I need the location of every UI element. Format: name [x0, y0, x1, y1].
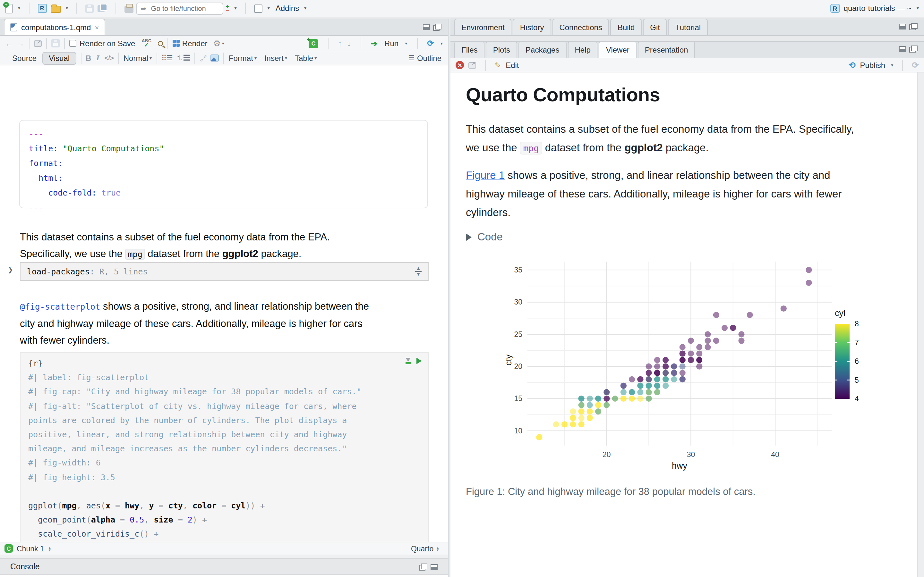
- save-icon[interactable]: [86, 4, 94, 13]
- bold-icon[interactable]: B: [86, 53, 91, 63]
- tab-viewer[interactable]: Viewer: [599, 41, 636, 58]
- style-caret-icon[interactable]: ▾: [150, 55, 152, 61]
- print-icon[interactable]: [124, 6, 134, 13]
- maximize-pane-icon[interactable]: [909, 45, 918, 53]
- open-file-icon[interactable]: [50, 6, 61, 13]
- project-menu[interactable]: R quarto-tutorials — ~ ▾: [830, 4, 919, 13]
- tab-files[interactable]: Files: [454, 41, 485, 58]
- code-disclosure[interactable]: Code: [466, 231, 503, 243]
- table-caret-icon[interactable]: ▾: [314, 55, 317, 61]
- tab-packages[interactable]: Packages: [519, 41, 566, 58]
- tab-build[interactable]: Build: [611, 19, 642, 35]
- minimize-pane-icon[interactable]: [899, 24, 906, 29]
- tab-plots[interactable]: Plots: [486, 41, 517, 58]
- tab-environment[interactable]: Environment: [454, 19, 512, 35]
- console-pane-header[interactable]: Console: [0, 558, 448, 575]
- chunk-spinner-icon[interactable]: ▲▼: [48, 546, 51, 551]
- addins-caret-icon[interactable]: ▾: [304, 6, 306, 11]
- tab-computations-1-qmd[interactable]: computations-1.qmd ×: [4, 19, 105, 35]
- forward-icon[interactable]: →: [17, 39, 24, 48]
- minimize-pane-icon[interactable]: [423, 24, 430, 30]
- panes-caret-icon[interactable]: ▾: [268, 6, 270, 11]
- edit-button[interactable]: Edit: [506, 61, 519, 69]
- console-restore-icon[interactable]: [419, 563, 427, 570]
- tab-help[interactable]: Help: [567, 41, 598, 58]
- insert-chunk-icon[interactable]: C: [309, 39, 318, 48]
- code-format-icon[interactable]: </>: [105, 55, 114, 61]
- table-menu[interactable]: Table: [295, 53, 313, 63]
- mode-spinner-icon[interactable]: ▲▼: [436, 546, 439, 551]
- addins-menu[interactable]: Addins: [276, 4, 299, 13]
- maximize-pane-icon[interactable]: [433, 24, 441, 31]
- tab-git[interactable]: Git: [643, 19, 667, 35]
- open-new-window-icon[interactable]: [34, 40, 42, 47]
- source-mode-button[interactable]: Source: [6, 52, 42, 64]
- find-replace-icon[interactable]: [158, 41, 163, 46]
- doc-mode-selector[interactable]: Quarto: [411, 545, 433, 552]
- tab-tutorial[interactable]: Tutorial: [668, 19, 708, 35]
- run-caret-icon[interactable]: ▾: [405, 41, 407, 46]
- code-chunk-fig-scatterplot[interactable]: {r}#| label: fig-scatterplot#| fig-cap: …: [20, 352, 429, 542]
- visual-mode-button[interactable]: Visual: [42, 52, 76, 64]
- doc-paragraph-1[interactable]: This dataset contains a subset of the fu…: [20, 229, 436, 263]
- publish-caret-icon[interactable]: ▾: [891, 63, 893, 68]
- tab-presentation[interactable]: Presentation: [638, 41, 695, 58]
- run-chunks-above-icon[interactable]: [405, 358, 411, 364]
- tab-history[interactable]: History: [513, 19, 551, 35]
- paragraph-style-select[interactable]: Normal: [124, 53, 148, 63]
- chunk-code: {r}#| label: fig-scatterplot#| fig-cap: …: [28, 356, 420, 542]
- source-rerun-icon[interactable]: ⟳: [427, 39, 434, 48]
- open-recent-caret-icon[interactable]: ▾: [66, 6, 68, 11]
- close-tab-icon[interactable]: ×: [95, 23, 99, 31]
- insert-menu[interactable]: Insert: [264, 53, 284, 63]
- version-control-icon[interactable]: +−: [226, 5, 229, 12]
- editor-content[interactable]: ---title: "Quarto Computations"format: h…: [0, 65, 448, 542]
- bullet-list-icon[interactable]: ⠿☰: [162, 54, 173, 62]
- rerun-caret-icon[interactable]: ▾: [441, 41, 443, 46]
- chunk-selector[interactable]: Chunk 1: [17, 545, 44, 552]
- run-previous-icon[interactable]: ↑: [338, 39, 342, 48]
- spellcheck-icon[interactable]: ABC✓: [142, 39, 151, 47]
- render-on-save-checkbox[interactable]: [69, 40, 76, 47]
- vcs-caret-icon[interactable]: ▾: [234, 6, 237, 11]
- run-chunk-icon[interactable]: [417, 358, 422, 364]
- save-doc-icon[interactable]: [51, 39, 60, 47]
- new-file-caret-icon[interactable]: ▾: [18, 6, 20, 11]
- numbered-list-icon[interactable]: ⒈☰: [176, 53, 190, 63]
- tab-connections[interactable]: Connections: [552, 19, 609, 35]
- workspace-panes-icon[interactable]: [254, 4, 262, 13]
- viewer-content[interactable]: Quarto Computations This dataset contain…: [451, 73, 917, 577]
- viewer-scrollbar-gutter[interactable]: [917, 73, 924, 577]
- run-next-icon[interactable]: ↓: [347, 39, 351, 48]
- save-all-icon[interactable]: [97, 3, 107, 13]
- back-icon[interactable]: ←: [5, 39, 13, 48]
- format-caret-icon[interactable]: ▾: [254, 55, 257, 61]
- insert-caret-icon[interactable]: ▾: [285, 55, 287, 61]
- expand-chunk-icon[interactable]: ▲▼: [415, 267, 422, 276]
- render-settings-gear-icon[interactable]: ⚙: [213, 39, 221, 48]
- refresh-viewer-icon[interactable]: ⟳: [912, 60, 919, 70]
- format-menu[interactable]: Format: [229, 53, 253, 63]
- italic-icon[interactable]: I: [96, 53, 99, 63]
- minimize-pane-icon[interactable]: [899, 46, 906, 52]
- doc-paragraph-2[interactable]: @fig-scatterplot shows a positive, stron…: [20, 298, 436, 349]
- maximize-pane-icon[interactable]: [909, 23, 918, 30]
- console-maximize-icon[interactable]: [431, 564, 438, 570]
- outline-toggle[interactable]: Outline: [417, 53, 441, 63]
- viewer-popout-icon[interactable]: [468, 62, 476, 68]
- run-button[interactable]: Run: [384, 39, 399, 48]
- render-button[interactable]: Render: [182, 39, 208, 48]
- publish-button[interactable]: Publish: [860, 61, 885, 69]
- render-settings-caret-icon[interactable]: ▾: [222, 41, 224, 46]
- goto-file-search[interactable]: ➦: [136, 2, 223, 15]
- link-icon[interactable]: 🔗︎: [200, 54, 207, 62]
- new-file-icon[interactable]: [5, 3, 13, 13]
- yaml-front-matter[interactable]: ---title: "Quarto Computations"format: h…: [19, 120, 428, 208]
- chunk-fold-icon[interactable]: ❯: [8, 266, 13, 273]
- image-icon[interactable]: [211, 55, 219, 61]
- goto-arrow-icon: ➦: [141, 5, 146, 12]
- collapsed-chunk-load-packages[interactable]: load-packages: R, 5 lines ▲▼: [20, 262, 429, 281]
- new-project-icon[interactable]: R: [37, 4, 47, 13]
- goto-file-input[interactable]: [150, 4, 219, 13]
- clear-viewer-icon[interactable]: ✕: [456, 61, 464, 69]
